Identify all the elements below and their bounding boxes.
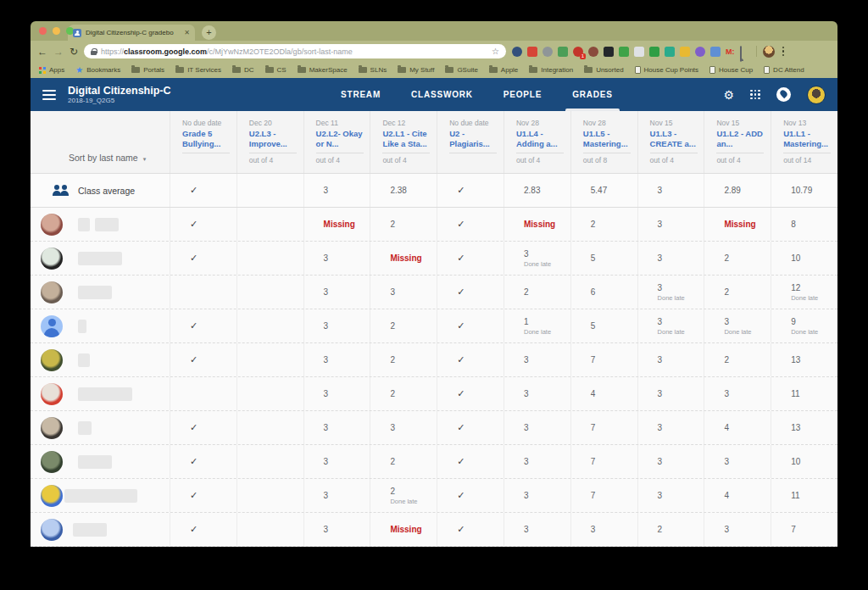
grade-cell[interactable]: [236, 276, 303, 309]
account-avatar[interactable]: [807, 86, 826, 104]
grade-cell[interactable]: [170, 377, 236, 410]
browser-profile-avatar[interactable]: [763, 46, 775, 58]
grade-cell[interactable]: 3: [370, 276, 437, 309]
grade-cell[interactable]: 2: [370, 309, 437, 342]
grade-cell[interactable]: [236, 377, 303, 410]
grade-cell[interactable]: [236, 479, 303, 512]
extension-icon[interactable]: [604, 47, 614, 57]
grade-cell[interactable]: 10: [771, 445, 837, 478]
grade-cell[interactable]: 7: [570, 411, 637, 444]
grade-cell[interactable]: 3: [303, 309, 370, 342]
bookmark-item[interactable]: My Stuff: [398, 66, 434, 74]
grade-cell[interactable]: 2: [370, 377, 437, 410]
grade-cell[interactable]: 1Done late: [504, 309, 570, 342]
forward-button[interactable]: →: [53, 47, 64, 57]
grade-cell[interactable]: ✓: [437, 479, 504, 512]
grade-cell[interactable]: 5: [570, 242, 637, 275]
extension-icon[interactable]: 1: [573, 47, 583, 57]
bookmark-item[interactable]: SLNs: [359, 66, 387, 74]
grade-cell[interactable]: 3: [504, 479, 570, 512]
grade-cell[interactable]: 3: [303, 445, 370, 478]
back-button[interactable]: ←: [37, 47, 47, 57]
extension-icon[interactable]: M:: [726, 47, 735, 57]
extension-icon[interactable]: [588, 47, 598, 57]
grade-cell[interactable]: ✓: [437, 208, 504, 241]
extension-icon[interactable]: [740, 47, 750, 57]
minimize-window-button[interactable]: [53, 27, 60, 35]
grade-cell[interactable]: 3Done late: [637, 276, 704, 309]
grade-cell[interactable]: ✓: [437, 445, 504, 478]
grade-cell[interactable]: 2Done late: [370, 479, 437, 512]
grade-cell[interactable]: 3: [303, 377, 370, 410]
close-tab-icon[interactable]: ✕: [184, 29, 190, 36]
grade-cell[interactable]: [236, 174, 303, 207]
assignment-title-link[interactable]: U2.L3 - Improve...: [249, 129, 297, 150]
grade-cell[interactable]: 3: [704, 445, 771, 478]
grade-cell[interactable]: 2: [370, 445, 437, 478]
grade-cell[interactable]: ✓: [170, 513, 236, 546]
grade-cell[interactable]: [236, 343, 303, 376]
drop-icon[interactable]: [776, 87, 791, 102]
bookmark-item[interactable]: MakerSpace: [298, 66, 348, 74]
extension-icon[interactable]: [695, 47, 705, 57]
extension-icon[interactable]: [710, 47, 721, 57]
grade-cell[interactable]: 3: [704, 377, 771, 410]
grade-cell[interactable]: ✓: [170, 208, 236, 241]
grade-cell[interactable]: 2: [637, 513, 704, 546]
grade-cell[interactable]: ✓: [170, 309, 236, 342]
grade-cell[interactable]: 3Done late: [504, 242, 570, 275]
extension-icon[interactable]: [649, 47, 659, 57]
grade-cell[interactable]: 3Done late: [637, 309, 704, 342]
grade-cell[interactable]: [170, 276, 236, 309]
grade-cell[interactable]: 13: [771, 343, 837, 376]
grade-cell[interactable]: 3: [303, 242, 370, 275]
grade-cell[interactable]: ✓: [437, 276, 504, 309]
extension-icon[interactable]: [680, 47, 690, 57]
grade-cell[interactable]: 3: [303, 174, 370, 207]
grade-cell[interactable]: 2.83: [504, 174, 570, 207]
grade-cell[interactable]: 2: [570, 208, 637, 241]
assignment-title-link[interactable]: U1.L4 - Adding a...: [516, 129, 564, 150]
assignment-title-link[interactable]: U1.L1 - Mastering...: [783, 129, 831, 150]
assignment-title-link[interactable]: U2.L1 - Cite Like a Sta...: [382, 129, 430, 150]
bookmark-star-icon[interactable]: ☆: [492, 47, 499, 56]
assignment-title-link[interactable]: U1.L2 - ADD an...: [716, 129, 764, 150]
assignment-title-link[interactable]: Grade 5 Bullying...: [182, 129, 230, 150]
grade-cell[interactable]: Missing: [504, 208, 570, 241]
grade-cell[interactable]: Missing: [303, 208, 370, 241]
grade-cell[interactable]: 3: [504, 343, 570, 376]
new-tab-button[interactable]: +: [202, 25, 216, 40]
tab-stream[interactable]: STREAM: [326, 78, 396, 111]
grade-cell[interactable]: 2: [704, 343, 771, 376]
grade-cell[interactable]: 3: [637, 242, 704, 275]
grade-cell[interactable]: 2: [704, 242, 771, 275]
extension-icon[interactable]: [542, 47, 553, 57]
grade-cell[interactable]: 3: [637, 208, 704, 241]
grade-cell[interactable]: 2: [370, 208, 437, 241]
sort-dropdown[interactable]: Sort by last name ▾: [31, 111, 170, 173]
grade-cell[interactable]: 3: [303, 343, 370, 376]
grade-cell[interactable]: 10: [771, 242, 837, 275]
grade-cell[interactable]: 3: [370, 411, 437, 444]
grade-cell[interactable]: [236, 513, 303, 546]
grade-cell[interactable]: [236, 309, 303, 342]
grade-cell[interactable]: 11: [771, 377, 837, 410]
grade-cell[interactable]: [236, 242, 303, 275]
browser-menu-button[interactable]: [781, 47, 787, 57]
google-apps-grid-icon[interactable]: [750, 90, 760, 100]
grade-cell[interactable]: 2.38: [370, 174, 437, 207]
grade-cell[interactable]: 3: [637, 411, 704, 444]
bookmark-item[interactable]: Apps: [39, 66, 64, 74]
grade-cell[interactable]: 3: [570, 513, 637, 546]
grade-cell[interactable]: 7: [570, 479, 637, 512]
grade-cell[interactable]: 2: [504, 276, 570, 309]
bookmark-item[interactable]: DC Attend: [764, 66, 804, 74]
tab-classwork[interactable]: CLASSWORK: [396, 78, 488, 111]
grade-cell[interactable]: ✓: [437, 513, 504, 546]
reload-button[interactable]: ↻: [70, 47, 78, 57]
settings-gear-icon[interactable]: ⚙: [723, 89, 734, 101]
grade-cell[interactable]: 2: [370, 343, 437, 376]
grade-cell[interactable]: Missing: [704, 208, 771, 241]
grade-cell[interactable]: 10.79: [771, 174, 837, 207]
grade-cell[interactable]: 7: [570, 343, 637, 376]
